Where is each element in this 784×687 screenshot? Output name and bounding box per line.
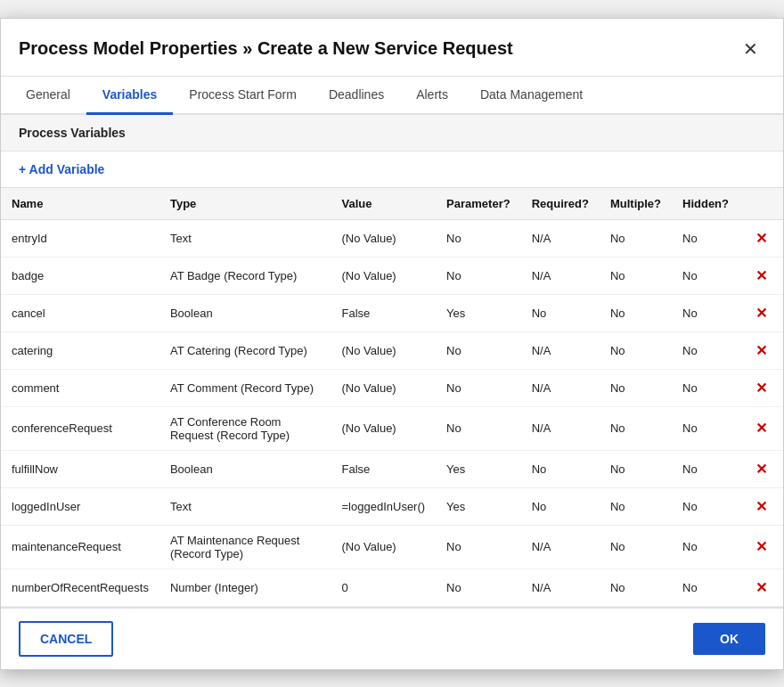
tab-data-management[interactable]: Data Management <box>464 77 599 115</box>
cell-hidden: No <box>672 525 739 568</box>
delete-row-button[interactable]: ✕ <box>750 303 772 323</box>
cell-delete: ✕ <box>739 568 783 606</box>
delete-row-button[interactable]: ✕ <box>750 536 772 557</box>
dialog: Process Model Properties » Create a New … <box>0 18 784 670</box>
cell-type: AT Conference Room Request (Record Type) <box>159 406 331 450</box>
cell-hidden: No <box>672 294 739 331</box>
delete-row-button[interactable]: ✕ <box>750 459 772 479</box>
cell-delete: ✕ <box>739 487 783 525</box>
ok-button[interactable]: OK <box>693 623 765 655</box>
cell-name: comment <box>1 369 159 406</box>
delete-row-button[interactable]: ✕ <box>750 418 772 438</box>
col-header-type: Type <box>159 187 331 219</box>
delete-row-button[interactable]: ✕ <box>750 340 772 361</box>
cell-parameter: Yes <box>436 487 521 525</box>
cell-parameter: No <box>436 331 521 369</box>
cell-name: cancel <box>1 294 159 331</box>
cell-multiple: No <box>600 294 672 331</box>
tab-general[interactable]: General <box>10 77 86 115</box>
cell-required: No <box>521 450 600 487</box>
table-row: maintenanceRequest AT Maintenance Reques… <box>1 525 783 568</box>
cell-hidden: No <box>672 257 739 294</box>
cell-name: maintenanceRequest <box>1 525 159 568</box>
cell-required: N/A <box>521 568 600 606</box>
tab-deadlines[interactable]: Deadlines <box>313 77 400 115</box>
cell-name: numberOfRecentRequests <box>1 568 159 606</box>
cell-value: (No Value) <box>331 406 437 450</box>
cell-hidden: No <box>672 568 739 606</box>
cell-parameter: No <box>436 257 521 294</box>
cell-delete: ✕ <box>739 450 783 487</box>
col-header-name: Name <box>1 187 159 219</box>
cell-required: N/A <box>521 219 600 257</box>
table-row: cancel Boolean False Yes No No No ✕ <box>1 294 783 331</box>
tab-bar: General Variables Process Start Form Dea… <box>1 77 783 115</box>
col-header-value: Value <box>331 187 437 219</box>
col-header-parameter: Parameter? <box>436 187 521 219</box>
cell-parameter: No <box>436 525 521 568</box>
cell-required: N/A <box>521 331 600 369</box>
delete-row-button[interactable]: ✕ <box>750 577 772 598</box>
cell-name: badge <box>1 257 159 294</box>
add-variable-bar: Add Variable <box>1 151 783 187</box>
table-row: numberOfRecentRequests Number (Integer) … <box>1 568 783 606</box>
tab-process-start-form[interactable]: Process Start Form <box>173 77 313 115</box>
cell-type: Text <box>159 487 331 525</box>
cell-multiple: No <box>600 525 672 568</box>
cell-parameter: Yes <box>436 450 521 487</box>
cell-delete: ✕ <box>739 331 783 369</box>
table-row: fulfillNow Boolean False Yes No No No ✕ <box>1 450 783 487</box>
cell-multiple: No <box>600 257 672 294</box>
cell-parameter: No <box>436 219 521 257</box>
cell-multiple: No <box>600 487 672 525</box>
col-header-hidden: Hidden? <box>672 187 739 219</box>
table-row: badge AT Badge (Record Type) (No Value) … <box>1 257 783 294</box>
delete-row-button[interactable]: ✕ <box>750 266 772 286</box>
cell-value: (No Value) <box>331 257 437 294</box>
delete-row-button[interactable]: ✕ <box>750 496 772 517</box>
table-header-row: Name Type Value Parameter? Required? Mul… <box>1 187 783 219</box>
cell-hidden: No <box>672 369 739 406</box>
cell-multiple: No <box>600 219 672 257</box>
table-row: conferenceRequest AT Conference Room Req… <box>1 406 783 450</box>
cell-multiple: No <box>600 369 672 406</box>
cell-type: Boolean <box>159 294 331 331</box>
cell-required: N/A <box>521 257 600 294</box>
cell-required: N/A <box>521 525 600 568</box>
cell-type: AT Maintenance Request (Record Type) <box>159 525 331 568</box>
cell-parameter: Yes <box>436 294 521 331</box>
cell-required: No <box>521 294 600 331</box>
cell-value: (No Value) <box>331 525 437 568</box>
cell-value: False <box>331 450 437 487</box>
delete-row-button[interactable]: ✕ <box>750 378 772 398</box>
cell-required: N/A <box>521 406 600 450</box>
cell-delete: ✕ <box>739 525 783 568</box>
delete-row-button[interactable]: ✕ <box>750 228 772 249</box>
table-row: comment AT Comment (Record Type) (No Val… <box>1 369 783 406</box>
cell-multiple: No <box>600 450 672 487</box>
cell-name: entryId <box>1 219 159 257</box>
cell-hidden: No <box>672 331 739 369</box>
cell-parameter: No <box>436 406 521 450</box>
cell-value: (No Value) <box>331 331 437 369</box>
dialog-footer: CANCEL OK <box>1 607 783 669</box>
cell-value: =loggedInUser() <box>331 487 437 525</box>
dialog-title: Process Model Properties » Create a New … <box>19 38 513 59</box>
variables-table: Name Type Value Parameter? Required? Mul… <box>1 187 783 607</box>
col-header-required: Required? <box>521 187 600 219</box>
tab-variables[interactable]: Variables <box>86 77 174 115</box>
cell-name: loggedInUser <box>1 487 159 525</box>
cell-multiple: No <box>600 406 672 450</box>
add-variable-button[interactable]: Add Variable <box>19 162 104 176</box>
cell-hidden: No <box>672 487 739 525</box>
cell-parameter: No <box>436 568 521 606</box>
cell-delete: ✕ <box>739 257 783 294</box>
cell-type: AT Badge (Record Type) <box>159 257 331 294</box>
cancel-button[interactable]: CANCEL <box>19 621 113 657</box>
close-button[interactable]: ✕ <box>736 35 765 63</box>
tab-alerts[interactable]: Alerts <box>400 77 464 115</box>
cell-parameter: No <box>436 369 521 406</box>
cell-hidden: No <box>672 219 739 257</box>
cell-required: No <box>521 487 600 525</box>
cell-type: Boolean <box>159 450 331 487</box>
